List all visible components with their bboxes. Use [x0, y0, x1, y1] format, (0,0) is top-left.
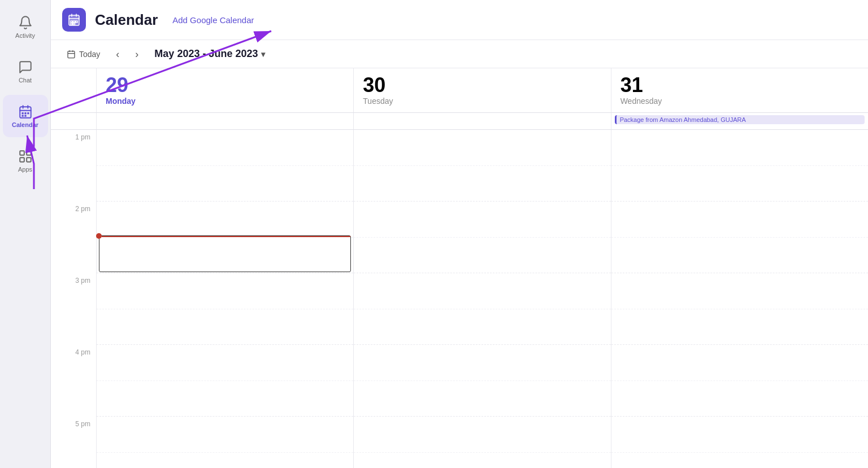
svg-rect-9	[20, 151, 24, 155]
svg-rect-6	[27, 112, 29, 114]
day-name-monday: Monday	[106, 97, 344, 106]
today-label: Today	[79, 50, 100, 59]
next-button[interactable]: ›	[131, 47, 143, 62]
calendar-icon	[18, 104, 33, 119]
calendar-header-icon	[67, 13, 81, 27]
svg-rect-10	[27, 151, 31, 155]
calendar-toolbar: Today ‹ › May 2023 - June 2023 ▾	[51, 40, 868, 68]
event-box[interactable]	[99, 235, 351, 272]
sidebar-item-chat-label: Chat	[19, 77, 32, 84]
time-cell-31-5pm[interactable]	[611, 417, 868, 468]
day-header-31: 31 Wednesday	[611, 68, 868, 112]
time-cell-30-1pm[interactable]	[354, 130, 610, 202]
time-cell-29-5pm[interactable]	[97, 417, 353, 468]
day-name-tuesday: Tuesday	[363, 97, 601, 106]
all-day-cell-29[interactable]	[96, 113, 353, 129]
add-google-calendar-button[interactable]: Add Google Calendar	[167, 12, 259, 28]
main-content: Calendar Add Google Calendar Today ‹ › M…	[51, 0, 868, 468]
calendar-grid: 29 Monday 30 Tuesday 31 Wednesday Packag…	[51, 68, 868, 468]
time-cell-29-3pm[interactable]	[97, 273, 353, 345]
time-grid: 1 pm 2 pm 3 pm 4 pm 5 pm	[51, 130, 868, 468]
time-slot-2pm: 2 pm	[51, 202, 96, 273]
time-cell-29-4pm[interactable]	[97, 345, 353, 417]
time-cell-31-4pm[interactable]	[611, 345, 868, 417]
time-slot-4pm: 4 pm	[51, 345, 96, 417]
sidebar-item-chat[interactable]: Chat	[3, 50, 48, 93]
date-range-label: May 2023 - June 2023	[154, 48, 258, 60]
sidebar-item-activity[interactable]: Activity	[3, 6, 48, 48]
svg-rect-4	[21, 112, 23, 114]
day-header-30: 30 Tuesday	[353, 68, 610, 112]
chat-icon	[18, 60, 33, 75]
event-location: Ahmedabad, GUJARA	[684, 116, 746, 123]
mini-calendar-icon	[67, 50, 76, 59]
svg-rect-5	[24, 112, 26, 114]
date-range-selector[interactable]: May 2023 - June 2023 ▾	[150, 46, 270, 62]
sidebar-item-apps[interactable]: Apps	[3, 139, 48, 182]
time-cell-30-3pm[interactable]	[354, 273, 610, 345]
chevron-down-icon: ▾	[261, 50, 265, 59]
time-labels: 1 pm 2 pm 3 pm 4 pm 5 pm	[51, 130, 96, 468]
time-slot-1pm: 1 pm	[51, 130, 96, 202]
time-cell-29-2pm[interactable]	[97, 202, 353, 273]
day-header-29: 29 Monday	[96, 68, 353, 112]
event-title: Package from Amazon	[620, 116, 683, 123]
svg-rect-7	[21, 115, 23, 116]
time-slot-3pm: 3 pm	[51, 273, 96, 345]
amazon-package-event[interactable]: Package from Amazon Ahmedabad, GUJARA	[615, 115, 865, 124]
day-name-wednesday: Wednesday	[620, 97, 859, 106]
event-dot	[96, 233, 102, 239]
day-headers: 29 Monday 30 Tuesday 31 Wednesday	[51, 68, 868, 113]
svg-rect-12	[27, 158, 31, 162]
day-number-30: 30	[363, 75, 601, 95]
svg-rect-8	[24, 115, 26, 116]
all-day-spacer	[51, 113, 96, 129]
time-cell-29-1pm[interactable]	[97, 130, 353, 202]
time-cell-30-2pm[interactable]	[354, 202, 610, 273]
apps-icon	[18, 149, 33, 164]
header: Calendar Add Google Calendar	[51, 0, 868, 40]
svg-rect-11	[20, 158, 24, 162]
time-cell-31-1pm[interactable]	[611, 130, 868, 202]
day-column-29[interactable]	[96, 130, 353, 468]
day-column-31[interactable]	[611, 130, 868, 468]
event-line	[102, 236, 350, 237]
sidebar-item-activity-label: Activity	[15, 32, 35, 39]
today-button[interactable]: Today	[62, 46, 105, 62]
time-slot-5pm: 5 pm	[51, 417, 96, 468]
calendar-app-icon	[62, 8, 86, 32]
prev-button[interactable]: ‹	[111, 47, 124, 62]
time-cell-30-4pm[interactable]	[354, 345, 610, 417]
day-number-29: 29	[106, 75, 344, 95]
time-cell-31-2pm[interactable]	[611, 202, 868, 273]
day-column-30[interactable]	[353, 130, 610, 468]
all-day-cell-31[interactable]: Package from Amazon Ahmedabad, GUJARA	[611, 113, 868, 129]
sidebar-item-calendar-label: Calendar	[12, 121, 38, 128]
all-day-cell-30[interactable]	[353, 113, 610, 129]
sidebar-item-calendar[interactable]: Calendar	[3, 95, 48, 137]
time-cell-31-3pm[interactable]	[611, 273, 868, 345]
bell-icon	[18, 15, 33, 30]
sidebar: Activity Chat Calendar Apps	[0, 0, 51, 468]
day-number-31: 31	[620, 75, 859, 95]
time-cell-30-5pm[interactable]	[354, 417, 610, 468]
all-day-row: Package from Amazon Ahmedabad, GUJARA	[51, 113, 868, 130]
page-title: Calendar	[95, 11, 158, 29]
svg-rect-15	[68, 51, 75, 58]
sidebar-item-apps-label: Apps	[18, 166, 32, 173]
header-spacer	[51, 68, 96, 112]
